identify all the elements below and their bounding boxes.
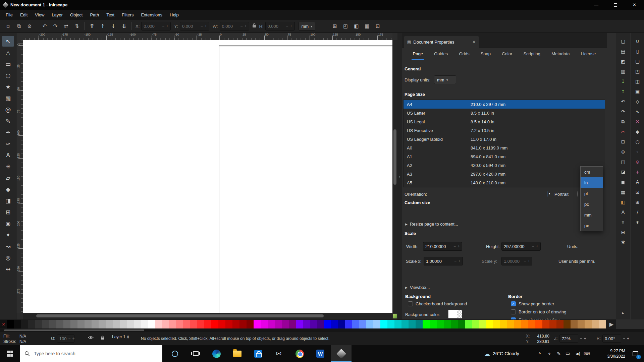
color-swatch[interactable] <box>225 320 232 328</box>
page-size-row[interactable]: US Ledger/Tabloid11.0 x 17.0 in <box>404 135 605 143</box>
color-swatch[interactable] <box>247 320 254 328</box>
page-size-row[interactable]: A1594.0 x 841.0 mm <box>404 152 605 161</box>
spiral-tool[interactable]: @ <box>2 104 14 115</box>
color-swatch[interactable] <box>7 320 14 328</box>
color-swatch[interactable] <box>106 320 113 328</box>
duplicate[interactable]: ◫ <box>619 158 628 166</box>
layer-selector[interactable]: Layer 1 ▲▼ <box>112 335 129 339</box>
y-increment[interactable]: + <box>205 24 207 28</box>
ellipse-tool[interactable]: ○ <box>2 70 14 81</box>
snap-page-border[interactable]: ⊡ <box>633 188 642 196</box>
snap-path-intersections[interactable]: ✕ <box>633 118 642 126</box>
selector-tool[interactable]: ↖ <box>2 36 14 47</box>
color-swatch[interactable] <box>162 320 169 328</box>
close-button[interactable]: ✕ <box>625 0 644 10</box>
vertical-ruler[interactable]: 0255075100125150175200225250275 <box>16 40 23 313</box>
x-increment[interactable]: + <box>166 24 168 28</box>
select-all-layers[interactable]: ⧉ <box>14 22 23 31</box>
color-swatch[interactable] <box>507 320 514 328</box>
dock-resize-handle[interactable]: ⋮ <box>397 33 402 319</box>
scale-corners-toggle[interactable]: ◰ <box>341 22 350 31</box>
measure-tool[interactable]: ↔ <box>2 264 14 275</box>
portrait-radio[interactable] <box>547 191 547 197</box>
color-swatch[interactable] <box>465 320 472 328</box>
menu-help[interactable]: Help <box>166 10 182 20</box>
new-document[interactable]: ▢ <box>619 37 628 45</box>
width-input[interactable]: 210.00000−+ <box>423 242 462 251</box>
color-swatch[interactable] <box>268 320 275 328</box>
w-decrement[interactable]: − <box>240 24 243 28</box>
minimize-button[interactable]: — <box>587 0 606 10</box>
fill-stroke-indicator[interactable]: Fill: N/A Stroke: N/A <box>3 334 26 344</box>
scale-y-input[interactable]: 1.00000−+ <box>501 257 532 265</box>
undo[interactable]: ↶ <box>619 98 628 106</box>
color-swatch[interactable] <box>500 320 507 328</box>
box3d-tool[interactable]: ▧ <box>2 93 14 104</box>
scale-y-increment[interactable]: + <box>528 259 530 263</box>
print-document[interactable]: ▥ <box>619 67 628 75</box>
taskbar-weather[interactable]: ☁ 26°C Cloudy <box>484 345 519 362</box>
color-swatch[interactable] <box>261 320 268 328</box>
raise[interactable]: ↑ <box>98 22 107 31</box>
width-decrement[interactable]: − <box>453 244 456 249</box>
display-units-dropdown[interactable]: mm ▾ <box>434 75 456 84</box>
taskbar-cortana[interactable] <box>164 345 185 362</box>
open-document[interactable]: ▤ <box>619 47 628 55</box>
color-swatch[interactable] <box>324 320 331 328</box>
rectangle-tool[interactable]: ▭ <box>2 59 14 69</box>
maximize-button[interactable] <box>606 0 625 10</box>
scale-stroke-toggle[interactable]: ⊞ <box>330 22 339 31</box>
unit-option-pc[interactable]: pc <box>581 199 603 209</box>
color-swatch[interactable] <box>493 320 500 328</box>
scale-x-input[interactable]: 1.00000−+ <box>424 257 463 265</box>
export-image[interactable]: ↥ <box>619 87 628 96</box>
color-swatch[interactable] <box>296 320 303 328</box>
pencil-tool[interactable]: ✎ <box>2 116 14 126</box>
color-swatch[interactable] <box>486 320 493 328</box>
color-swatch[interactable] <box>14 320 21 328</box>
color-swatch[interactable] <box>148 320 155 328</box>
color-swatch[interactable] <box>423 320 430 328</box>
color-swatch[interactable] <box>528 320 535 328</box>
tweak-tool[interactable]: ✦ <box>2 230 14 240</box>
color-swatch[interactable] <box>571 320 578 328</box>
color-swatch[interactable] <box>338 320 345 328</box>
horizontal-scrollbar[interactable] <box>23 313 392 319</box>
dock-tab-document-properties[interactable]: ▤ Document Properties ✕ <box>404 36 479 48</box>
move-gradients-toggle[interactable]: ◧ <box>352 22 361 31</box>
color-swatch[interactable] <box>289 320 296 328</box>
landscape-radio[interactable] <box>577 191 578 197</box>
color-swatch[interactable] <box>366 320 373 328</box>
start-button[interactable] <box>0 345 20 362</box>
h-increment[interactable]: + <box>290 24 292 28</box>
zoom-increment[interactable]: + <box>584 336 586 341</box>
horizontal-scrollbar-thumb[interactable] <box>36 314 324 317</box>
snap-bbox-edges[interactable]: ▢ <box>633 57 642 65</box>
text-dialog[interactable]: A <box>619 208 628 216</box>
page-size-row[interactable]: A0841.0 x 1189.0 mm <box>404 143 605 152</box>
select-all[interactable]: ▫ <box>3 22 13 31</box>
color-swatch[interactable] <box>190 320 197 328</box>
snap-rotation-centers[interactable]: + <box>633 168 642 176</box>
color-swatch[interactable] <box>444 320 451 328</box>
palette-scroll-right[interactable]: ▶ <box>607 319 616 329</box>
color-swatch[interactable] <box>535 320 542 328</box>
taskbar-store[interactable] <box>248 345 268 362</box>
tab-page[interactable]: Page <box>412 48 424 60</box>
color-swatch[interactable] <box>394 320 401 328</box>
ruler-corner[interactable] <box>16 33 23 40</box>
canvas[interactable] <box>23 40 392 313</box>
fill-stroke-dialog[interactable]: ◧ <box>619 198 628 206</box>
color-swatch[interactable] <box>134 320 141 328</box>
color-swatch[interactable] <box>578 320 585 328</box>
battery-icon[interactable]: ▯ <box>560 349 577 358</box>
snap-text-baseline[interactable]: A <box>633 178 642 186</box>
color-swatch[interactable] <box>542 320 549 328</box>
paste[interactable]: ⊡ <box>619 138 628 146</box>
xml-editor[interactable]: ⌗ <box>619 218 628 226</box>
lock-ratio-icon[interactable] <box>252 23 256 29</box>
flip-vertical[interactable]: ⇅ <box>72 22 82 31</box>
color-swatch[interactable] <box>592 320 599 328</box>
viewbox-expander[interactable]: ▶ Viewbox... <box>405 285 430 290</box>
height-increment[interactable]: + <box>536 244 538 249</box>
